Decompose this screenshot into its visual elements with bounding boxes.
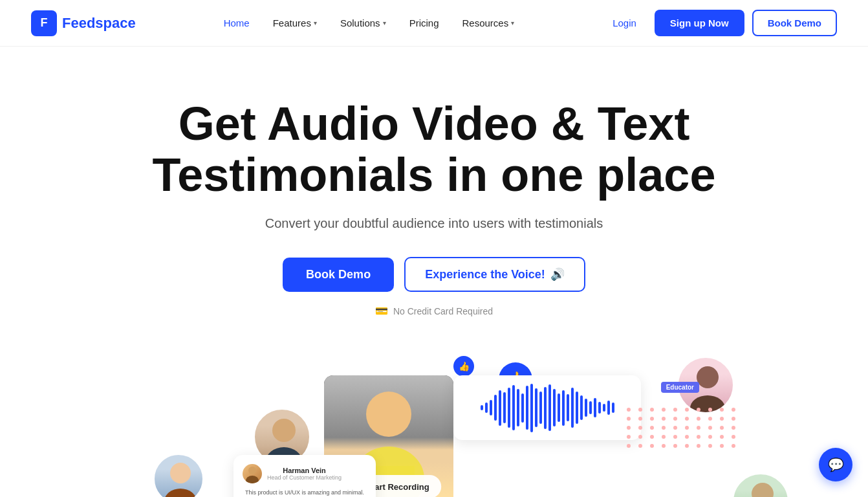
- waveform-bar: [585, 399, 587, 417]
- dot-decoration: [662, 417, 666, 421]
- dot-decoration: [720, 435, 724, 439]
- dot-decoration: [708, 417, 712, 421]
- waveform-bar: [607, 401, 610, 415]
- dot-decoration: [732, 435, 735, 439]
- experience-voice-button[interactable]: Experience the Voice! 🔊: [404, 257, 585, 292]
- dot-decoration: [662, 444, 666, 448]
- chevron-down-icon: ▾: [383, 19, 386, 27]
- waveform-bar: [576, 392, 578, 424]
- dot-decoration: [708, 408, 712, 412]
- audio-waveform: [481, 384, 614, 432]
- testimonial-author-role: Head of Customer Marketing: [267, 474, 342, 481]
- hero-subtitle: Convert your doubtful audience into user…: [13, 216, 855, 231]
- nav-link-features[interactable]: Features ▾: [264, 12, 326, 34]
- svg-point-4: [697, 366, 719, 388]
- nav-link-resources[interactable]: Resources ▾: [453, 12, 523, 34]
- dot-decoration: [673, 444, 677, 448]
- login-button[interactable]: Login: [602, 12, 647, 34]
- waveform-bar: [490, 400, 492, 415]
- dot-decoration: [638, 417, 642, 421]
- speaker-icon: 🔊: [550, 267, 565, 282]
- dot-decoration: [650, 417, 654, 421]
- hero-section: Get Audio Video & Text Testimonials in o…: [0, 47, 868, 497]
- dot-decoration: [685, 426, 689, 430]
- hero-buttons: Book Demo Experience the Voice! 🔊: [13, 257, 855, 292]
- waveform-bar: [598, 402, 601, 414]
- dot-decoration: [685, 417, 689, 421]
- dot-grid-decoration: [627, 408, 738, 448]
- dot-decoration: [673, 435, 677, 439]
- signup-button[interactable]: Sign up Now: [655, 10, 744, 36]
- svg-point-6: [752, 483, 774, 497]
- svg-point-8: [366, 392, 411, 437]
- dot-decoration: [708, 444, 712, 448]
- waveform-bar: [494, 395, 497, 421]
- book-demo-hero-button[interactable]: Book Demo: [283, 258, 394, 292]
- waveform-bar: [530, 384, 533, 432]
- testimonial-author-name: Harman Vein: [267, 467, 342, 474]
- logo-text: Feedspace: [62, 15, 136, 32]
- waveform-bar: [553, 389, 556, 426]
- dot-decoration: [638, 426, 642, 430]
- credit-card-icon: 💳: [375, 305, 388, 317]
- dot-decoration: [627, 435, 631, 439]
- dot-decoration: [685, 444, 689, 448]
- dot-decoration: [720, 417, 724, 421]
- waveform-bar: [567, 394, 569, 421]
- chevron-down-icon: ▾: [511, 19, 514, 27]
- nav-link-home[interactable]: Home: [215, 12, 259, 34]
- book-demo-nav-button[interactable]: Book Demo: [752, 10, 837, 36]
- svg-point-2: [170, 463, 191, 483]
- waveform-bar: [508, 388, 510, 428]
- svg-point-3: [164, 489, 197, 497]
- waveform-bar: [562, 390, 565, 426]
- waveform-card: [453, 375, 641, 440]
- waveform-bar: [580, 395, 583, 420]
- thumbs-up-small-icon: 👍: [453, 356, 474, 377]
- waveform-bar: [558, 393, 560, 422]
- chat-icon: 💬: [828, 457, 844, 472]
- waveform-bar: [499, 390, 501, 426]
- dot-decoration: [662, 426, 666, 430]
- logo-icon: F: [31, 10, 57, 36]
- waveform-bar: [535, 388, 537, 427]
- nav-link-solutions[interactable]: Solutions ▾: [331, 12, 395, 34]
- dot-decoration: [650, 408, 654, 412]
- hero-title: Get Audio Video & Text Testimonials in o…: [143, 98, 725, 201]
- waveform-bar: [571, 388, 574, 428]
- nav-actions: Login Sign up Now Book Demo: [602, 10, 837, 36]
- nav-links: Home Features ▾ Solutions ▾ Pricing Reso…: [215, 12, 524, 34]
- navbar: F Feedspace Home Features ▾ Solutions ▾ …: [0, 0, 868, 47]
- waveform-bar: [521, 393, 524, 423]
- testimonial-avatar: [243, 464, 262, 483]
- dot-decoration: [627, 426, 631, 430]
- dot-decoration: [650, 435, 654, 439]
- waveform-bar: [603, 404, 605, 412]
- badge-educator: Educator: [661, 382, 699, 393]
- dot-decoration: [673, 426, 677, 430]
- dot-decoration: [627, 408, 631, 412]
- dot-decoration: [638, 408, 642, 412]
- dot-decoration: [627, 417, 631, 421]
- no-credit-card-notice: 💳 No Credit Card Required: [13, 305, 855, 317]
- logo[interactable]: F Feedspace: [31, 10, 136, 36]
- nav-link-pricing[interactable]: Pricing: [400, 12, 448, 34]
- avatar-product-manager: [153, 453, 204, 497]
- dot-decoration: [662, 435, 666, 439]
- chat-bubble-button[interactable]: 💬: [819, 448, 852, 481]
- dot-decoration: [732, 444, 735, 448]
- dot-decoration: [685, 435, 689, 439]
- waveform-bar: [503, 392, 506, 423]
- waveform-bar: [485, 403, 488, 413]
- svg-point-0: [272, 419, 296, 442]
- dot-decoration: [720, 426, 724, 430]
- dot-decoration: [650, 426, 654, 430]
- dot-decoration: [697, 435, 700, 439]
- waveform-bar: [594, 398, 596, 417]
- dot-decoration: [697, 408, 700, 412]
- dot-decoration: [732, 426, 735, 430]
- svg-point-12: [246, 476, 259, 483]
- waveform-bar: [539, 392, 542, 424]
- waveform-bar: [612, 403, 614, 413]
- dot-decoration: [685, 408, 689, 412]
